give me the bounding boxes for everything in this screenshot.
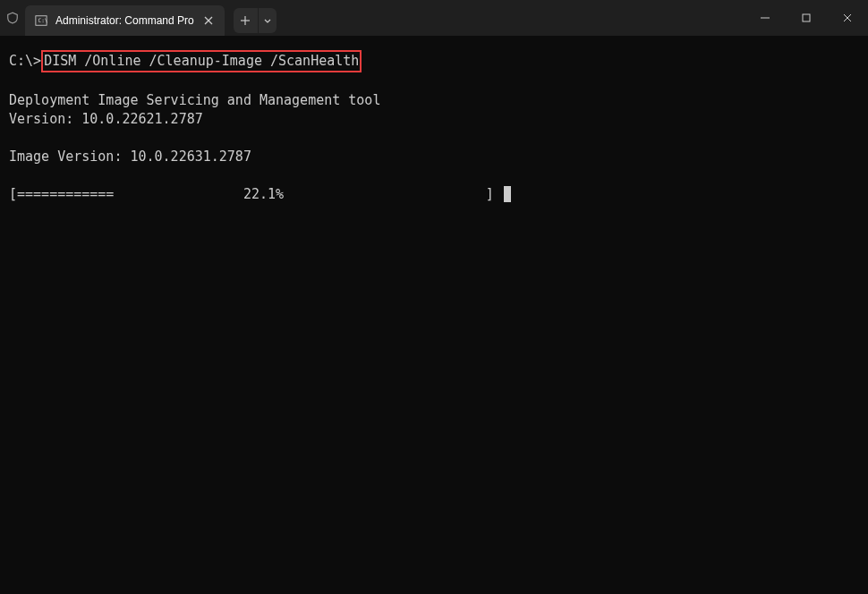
output-line: Deployment Image Servicing and Managemen… <box>9 92 380 108</box>
highlighted-command: DISM /Online /Cleanup-Image /ScanHealth <box>41 50 362 72</box>
output-line: Version: 10.0.22621.2787 <box>9 111 203 127</box>
minimize-button[interactable] <box>745 0 786 36</box>
tab-close-button[interactable] <box>201 13 216 28</box>
window-controls <box>745 0 868 36</box>
active-tab[interactable]: C:\ Administrator: Command Pro <box>25 5 225 36</box>
tab-title: Administrator: Command Pro <box>55 14 194 27</box>
output-line: Image Version: 10.0.22631.2787 <box>9 148 251 165</box>
prompt: C:\> <box>9 53 41 69</box>
terminal-window: C:\ Administrator: Command Pro <box>0 0 868 594</box>
terminal-output[interactable]: C:\>DISM /Online /Cleanup-Image /ScanHea… <box>0 36 868 594</box>
new-tab-button[interactable] <box>234 8 259 33</box>
svg-text:C:\: C:\ <box>38 17 48 23</box>
cmd-icon: C:\ <box>34 13 48 28</box>
close-button[interactable] <box>827 0 868 36</box>
app-icon <box>0 0 25 36</box>
new-tab-dropdown[interactable] <box>259 8 277 33</box>
titlebar[interactable]: C:\ Administrator: Command Pro <box>0 0 868 36</box>
progress-bar: [============ 22.1% ] <box>9 186 494 202</box>
new-tab-group <box>234 8 277 33</box>
cursor <box>504 186 511 202</box>
maximize-button[interactable] <box>786 0 827 36</box>
svg-rect-7 <box>803 14 810 21</box>
